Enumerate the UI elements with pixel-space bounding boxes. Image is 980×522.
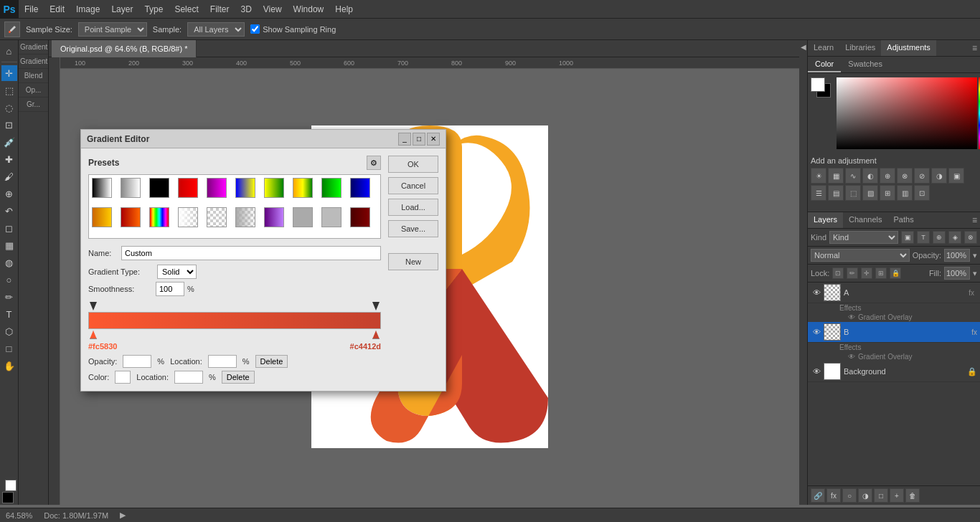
photo-filter-icon[interactable]: ▣ <box>948 168 964 184</box>
color-stop-right[interactable] <box>372 331 380 339</box>
dialog-maximize-btn[interactable]: □ <box>413 133 425 146</box>
gradient-map-icon[interactable]: ▥ <box>897 185 913 201</box>
color-balance-icon[interactable]: ⊘ <box>914 168 930 184</box>
layer-filter-icon4[interactable]: ◈ <box>948 231 961 244</box>
vibrance-icon[interactable]: ⊕ <box>880 168 895 184</box>
crop-tool[interactable]: ⊡ <box>1 117 17 133</box>
menu-window[interactable]: Window <box>288 0 330 19</box>
new-layer-btn[interactable]: + <box>890 488 904 503</box>
curves-icon[interactable]: ∿ <box>845 168 861 184</box>
swatches-tab[interactable]: Swatches <box>841 57 890 72</box>
new-group-btn[interactable]: □ <box>874 488 888 503</box>
layer-background-item[interactable]: 👁 Background 🔒 <box>808 361 980 382</box>
blend-mode-select[interactable]: Normal <box>811 249 910 262</box>
layers-tab[interactable]: Layers <box>808 212 843 228</box>
preset-swatch[interactable] <box>350 207 370 227</box>
lock-position-btn[interactable]: ✛ <box>861 267 872 279</box>
adjustments-tab[interactable]: Adjustments <box>881 40 936 56</box>
layer-b-eye-btn[interactable]: 👁 <box>811 326 822 338</box>
smoothness-input[interactable] <box>156 282 184 296</box>
status-arrow-btn[interactable]: ▶ <box>120 511 126 520</box>
preset-swatch[interactable] <box>350 178 370 198</box>
preset-swatch[interactable] <box>207 178 227 198</box>
color-location-input[interactable] <box>174 371 203 384</box>
opacity-input[interactable] <box>944 249 970 262</box>
presets-gear-btn[interactable]: ⚙ <box>367 156 381 170</box>
layer-filter-icon5[interactable]: ⊗ <box>964 231 977 244</box>
heal-tool[interactable]: ✚ <box>1 151 17 167</box>
opacity-stop-right[interactable] <box>372 302 380 310</box>
fg-color-btn[interactable] <box>5 480 17 491</box>
color-lookup-icon[interactable]: ▤ <box>828 185 844 201</box>
layer-a-item[interactable]: 👁 A fx <box>808 283 980 303</box>
brightness-contrast-icon[interactable]: ☀ <box>811 168 826 184</box>
layer-filter-icon1[interactable]: ▣ <box>901 231 914 244</box>
dialog-titlebar[interactable]: Gradient Editor _ □ ✕ <box>81 130 446 148</box>
lock-all-btn[interactable]: 🔒 <box>890 267 901 279</box>
eyedropper-tool-icon[interactable] <box>4 22 20 37</box>
preset-swatch[interactable] <box>149 178 169 198</box>
black-white-icon[interactable]: ◑ <box>931 168 947 184</box>
layer-background-eye-btn[interactable]: 👁 <box>811 366 822 377</box>
posterize-icon[interactable]: ▧ <box>862 185 878 201</box>
canvas-area[interactable]: 100 200 300 400 500 600 700 800 900 1000 <box>49 57 799 505</box>
fill-input[interactable] <box>944 267 970 280</box>
preset-swatch[interactable] <box>293 178 313 198</box>
menu-type[interactable]: Type <box>138 0 169 19</box>
move-tool[interactable]: ✛ <box>1 65 17 81</box>
menu-edit[interactable]: Edit <box>44 0 70 19</box>
cancel-button[interactable]: Cancel <box>388 177 438 194</box>
layers-panel-menu-btn[interactable]: ≡ <box>969 212 980 228</box>
preset-swatch[interactable] <box>92 207 112 227</box>
preset-swatch[interactable] <box>92 178 112 198</box>
show-sampling-ring-label[interactable]: Show Sampling Ring <box>250 24 336 34</box>
gradient2-panel-label[interactable]: Gradient <box>19 54 48 69</box>
layer-b-effect-eye-icon[interactable]: 👁 <box>848 353 855 361</box>
blend-panel-label[interactable]: Blend <box>19 69 48 83</box>
preset-swatch[interactable] <box>264 178 284 198</box>
layer-a-gradient-overlay[interactable]: 👁 Gradient Overlay <box>808 313 980 322</box>
channels-tab[interactable]: Channels <box>843 212 887 228</box>
clone-tool[interactable]: ⊕ <box>1 186 17 201</box>
layer-filter-icon3[interactable]: ⊕ <box>933 231 946 244</box>
save-button[interactable]: Save... <box>388 220 438 237</box>
document-tab[interactable]: Original.psd @ 64.6% (B, RGB/8#) * <box>52 40 197 57</box>
shape-tool[interactable]: □ <box>1 341 17 356</box>
menu-layer[interactable]: Layer <box>105 0 138 19</box>
layer-a-eye-btn[interactable]: 👁 <box>811 287 822 298</box>
menu-image[interactable]: Image <box>70 0 105 19</box>
opacity-panel-label[interactable]: Op... <box>19 83 48 98</box>
menu-help[interactable]: Help <box>329 0 359 19</box>
libraries-tab[interactable]: Libraries <box>839 40 881 56</box>
paths-tab[interactable]: Paths <box>888 212 920 228</box>
name-input[interactable] <box>121 246 381 260</box>
collapse-arrow[interactable]: ◀ <box>799 40 808 505</box>
eyedropper-tool[interactable]: 💉 <box>1 134 17 150</box>
levels-icon[interactable]: ▦ <box>828 168 844 184</box>
lasso-tool[interactable]: ◌ <box>1 100 17 115</box>
new-button[interactable]: New <box>388 253 438 270</box>
pen-tool[interactable]: ✏ <box>1 289 17 305</box>
new-fill-adjustment-btn[interactable]: ◑ <box>858 488 872 503</box>
preset-swatch[interactable] <box>235 207 255 227</box>
color-preview-swatch[interactable] <box>115 371 131 384</box>
opacity-input[interactable] <box>123 355 151 368</box>
hand-tool[interactable]: ✋ <box>1 358 17 374</box>
gradient-type-select[interactable]: Solid Noise <box>157 265 197 279</box>
ok-button[interactable]: OK <box>388 156 438 173</box>
selection-tool[interactable]: ⬚ <box>1 82 17 98</box>
invert-icon[interactable]: ⬚ <box>845 185 861 201</box>
preset-swatch[interactable] <box>121 207 141 227</box>
lock-transparent-btn[interactable]: ⊡ <box>832 267 844 279</box>
fg-color-swatch[interactable] <box>811 77 825 92</box>
selective-color-icon[interactable]: ⊡ <box>914 185 930 201</box>
preset-swatch[interactable] <box>321 207 341 227</box>
bg-color-btn[interactable] <box>2 492 14 503</box>
color-stop-left[interactable] <box>90 331 97 339</box>
lock-image-btn[interactable]: ✏ <box>847 267 858 279</box>
color-gradient-picker[interactable] <box>837 77 977 149</box>
exposure-icon[interactable]: ◐ <box>862 168 878 184</box>
preset-swatch[interactable] <box>321 178 341 198</box>
preset-swatch[interactable] <box>149 207 169 227</box>
menu-view[interactable]: View <box>258 0 288 19</box>
